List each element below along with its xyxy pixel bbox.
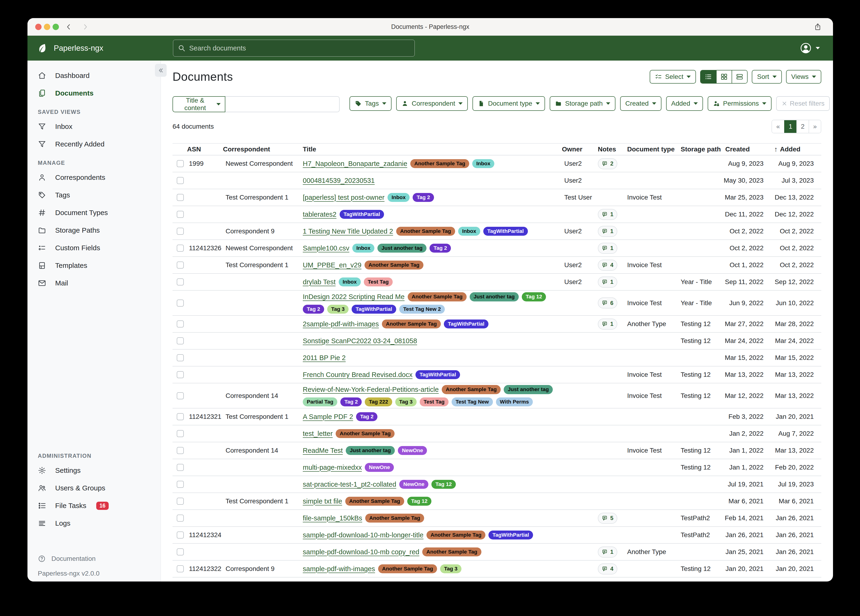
document-link[interactable]: H7_Napoleon_Bonaparte_zadanie xyxy=(303,160,407,168)
tag-pill[interactable]: Partial Tag xyxy=(303,398,337,407)
row-checkbox[interactable] xyxy=(177,413,184,420)
document-link[interactable]: 0004814539_20230531 xyxy=(303,177,375,184)
notes-badge[interactable]: 1 xyxy=(598,226,617,237)
document-link[interactable]: tablerates2 xyxy=(303,211,337,218)
sidebar-item-file-tasks[interactable]: File Tasks16 xyxy=(27,498,160,513)
view-mode-list-button[interactable] xyxy=(701,71,716,83)
tag-pill[interactable]: Just another tag xyxy=(504,385,553,394)
notes-badge[interactable]: 6 xyxy=(598,297,617,308)
document-link[interactable]: drylab Test xyxy=(303,278,336,286)
tag-pill[interactable]: TagWithPartial xyxy=(444,319,488,328)
document-link[interactable]: InDesign 2022 Scripting Read Me xyxy=(303,293,405,301)
brand[interactable]: Paperless-ngx xyxy=(37,36,103,61)
filter-added-button[interactable]: Added xyxy=(666,96,703,111)
sidebar-item-documents[interactable]: Documents xyxy=(27,86,160,101)
notes-badge[interactable]: 4 xyxy=(598,260,617,271)
column-header-title[interactable]: Title xyxy=(303,146,562,153)
row-checkbox[interactable] xyxy=(177,245,184,251)
tag-pill[interactable]: Tag 12 xyxy=(407,497,432,506)
view-mode-grid-button[interactable] xyxy=(716,71,731,83)
tag-pill[interactable]: Another Sample Tag xyxy=(410,159,469,168)
tag-pill[interactable]: Another Sample Tag xyxy=(365,514,424,523)
tag-pill[interactable]: Another Sample Tag xyxy=(336,429,395,438)
tag-pill[interactable]: Just another tag xyxy=(470,292,519,302)
sidebar-item-dashboard[interactable]: Dashboard xyxy=(27,68,160,83)
filter-created-button[interactable]: Created xyxy=(620,96,661,111)
tag-pill[interactable]: Tag 2 xyxy=(413,193,434,202)
tag-pill[interactable]: NewOne xyxy=(365,463,394,472)
document-link[interactable]: 1 Testing New Title Updated 2 xyxy=(303,228,393,235)
row-checkbox[interactable] xyxy=(177,177,184,184)
row-checkbox[interactable] xyxy=(177,337,184,344)
document-link[interactable]: French Country Bread Revised.docx xyxy=(303,371,413,379)
pagination-next-button[interactable]: » xyxy=(808,120,821,133)
tag-pill[interactable]: Another Sample Tag xyxy=(382,319,441,328)
tag-pill[interactable]: Another Sample Tag xyxy=(396,227,455,236)
view-mode-cards-button[interactable] xyxy=(731,71,747,83)
notes-badge[interactable]: 5 xyxy=(598,513,617,524)
tag-pill[interactable]: Tag 3 xyxy=(395,398,417,407)
tag-pill[interactable]: Tag 2 xyxy=(303,305,324,314)
notes-badge[interactable]: 1 xyxy=(598,209,617,220)
document-link[interactable]: [paperless] test post-owner xyxy=(303,194,384,201)
tag-pill[interactable]: Inbox xyxy=(458,227,480,236)
column-header-document-type[interactable]: Document type xyxy=(624,146,678,153)
tag-pill[interactable]: Tag 12 xyxy=(522,292,546,302)
sidebar-item-correspondents[interactable]: Correspondents xyxy=(27,170,160,185)
row-checkbox[interactable] xyxy=(177,392,184,399)
row-checkbox[interactable] xyxy=(177,464,184,471)
filter-document-type-button[interactable]: Document type xyxy=(472,96,545,111)
sidebar-item-tags[interactable]: Tags xyxy=(27,188,160,203)
row-checkbox[interactable] xyxy=(177,321,184,327)
notes-badge[interactable]: 1 xyxy=(598,243,617,254)
tag-pill[interactable]: TagWithPartial xyxy=(352,305,396,314)
title-content-input[interactable] xyxy=(225,96,340,112)
pagination-page-1[interactable]: 1 xyxy=(784,120,796,133)
sidebar-collapse-button[interactable] xyxy=(155,64,166,77)
tag-pill[interactable]: Tag 2 xyxy=(430,244,451,253)
tag-pill[interactable]: Tag 222 xyxy=(365,398,392,407)
tag-pill[interactable]: Test Tag xyxy=(420,398,449,407)
sidebar-item-logs[interactable]: Logs xyxy=(27,516,160,531)
notes-badge[interactable]: 4 xyxy=(598,563,617,574)
column-header-asn[interactable]: ASN xyxy=(187,146,223,153)
filter-storage-path-button[interactable]: Storage path xyxy=(550,96,615,111)
row-checkbox[interactable] xyxy=(177,228,184,235)
views-button[interactable]: Views xyxy=(786,70,821,83)
tag-pill[interactable]: Tag 2 xyxy=(356,412,377,421)
notes-badge[interactable]: 2 xyxy=(598,158,617,169)
column-header-storage-path[interactable]: Storage path xyxy=(678,146,723,153)
document-link[interactable]: Sonstige ScanPC2022 03-24_081058 xyxy=(303,337,417,345)
row-checkbox[interactable] xyxy=(177,447,184,454)
pagination-page-2[interactable]: 2 xyxy=(796,120,808,133)
sidebar-item-inbox[interactable]: Inbox xyxy=(27,119,160,134)
reset-filters-button[interactable]: Reset filters xyxy=(776,96,830,111)
document-link[interactable]: sample-pdf-with-images xyxy=(303,565,375,573)
title-content-dropdown[interactable]: Title & content xyxy=(173,96,225,112)
tag-pill[interactable]: Another Sample Tag xyxy=(345,497,404,506)
row-checkbox[interactable] xyxy=(177,498,184,505)
sidebar-item-recently-added[interactable]: Recently Added xyxy=(27,137,160,152)
column-header-created[interactable]: Created xyxy=(723,146,766,153)
tag-pill[interactable]: Tag 3 xyxy=(327,305,348,314)
document-link[interactable]: sat-practice-test-1_pt2-collated xyxy=(303,481,396,488)
column-header-notes[interactable]: Notes xyxy=(596,146,624,153)
tag-pill[interactable]: Another Sample Tag xyxy=(378,564,437,574)
sidebar-item-storage-paths[interactable]: Storage Paths xyxy=(27,223,160,238)
row-checkbox[interactable] xyxy=(177,481,184,488)
document-link[interactable]: sample-pdf-download-10-mb-longer-title xyxy=(303,531,424,539)
tag-pill[interactable]: Another Sample Tag xyxy=(442,385,501,394)
row-checkbox[interactable] xyxy=(177,430,184,437)
pagination-prev-button[interactable]: « xyxy=(772,120,784,133)
column-header-correspondent[interactable]: Correspondent xyxy=(223,146,303,153)
search-input[interactable] xyxy=(173,40,415,57)
row-checkbox[interactable] xyxy=(177,354,184,361)
row-checkbox[interactable] xyxy=(177,160,184,167)
sidebar-item-documentation[interactable]: Documentation xyxy=(38,555,99,563)
tag-pill[interactable]: TagWithPartial xyxy=(483,227,528,236)
sort-button[interactable]: Sort xyxy=(752,70,782,83)
document-link[interactable]: 2sample-pdf-with-images xyxy=(303,320,379,328)
tag-pill[interactable]: TagWithPartial xyxy=(340,210,384,219)
row-checkbox[interactable] xyxy=(177,300,184,306)
document-link[interactable]: ReadMe Test xyxy=(303,447,343,454)
